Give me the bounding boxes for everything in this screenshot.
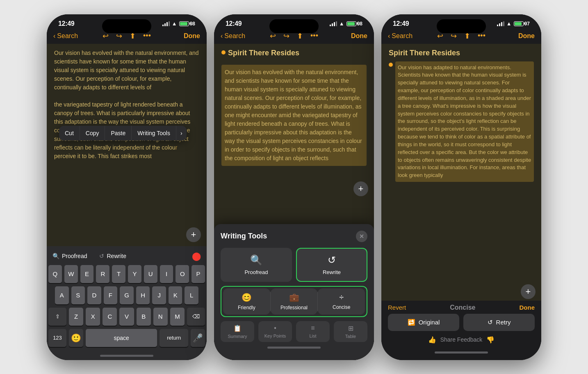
key-j[interactable]: J (152, 286, 166, 304)
key-a[interactable]: A (55, 286, 69, 304)
proofread-label: Proofread (244, 269, 268, 275)
key-e[interactable]: E (80, 265, 94, 283)
key-l[interactable]: L (185, 286, 198, 304)
proofread-toolbar-btn[interactable]: 🔍 Proofread (52, 253, 87, 259)
battery-2: 98 (346, 21, 362, 27)
share-feedback-icon: 👍 (428, 336, 436, 344)
writing-tools-button[interactable]: Writing Tools (132, 126, 176, 141)
home-indicator-3 (388, 347, 535, 358)
key-return[interactable]: return (160, 329, 188, 347)
key-emoji[interactable]: 🙂 (69, 329, 83, 347)
back-chevron-icon-1: ‹ (53, 32, 55, 40)
nav-done-1[interactable]: Done (151, 32, 200, 40)
phone-1: 12:49 ▲ 98 (47, 14, 207, 360)
key-i[interactable]: I (160, 265, 173, 283)
signal-icon-3 (497, 21, 504, 26)
concise-btn[interactable]: ÷ Concise (318, 288, 365, 315)
paste-button[interactable]: Paste (105, 126, 132, 141)
rewrite-toolbar-icon: ↺ (99, 253, 104, 259)
table-icon: ⊞ (348, 324, 353, 332)
retry-button[interactable]: ↺ Retry (463, 314, 535, 331)
key-c[interactable]: C (103, 308, 117, 326)
rewrite-toolbar-btn[interactable]: ↺ Rewrite (99, 253, 126, 259)
screen-2: 12:49 ▲ 98 (214, 14, 374, 360)
concise-label: Concise (450, 304, 475, 311)
copy-button[interactable]: Copy (80, 126, 105, 141)
bottom-toolbar-row-1: Revert Concise Done (388, 304, 535, 311)
key-n[interactable]: N (153, 308, 168, 326)
keypoints-btn[interactable]: • Key Points (258, 321, 292, 342)
ai-indicator: ⬤ (192, 251, 201, 261)
note-content-1[interactable]: Our vision has evolved with the natural … (47, 44, 207, 246)
nav-back-2[interactable]: ‹ Search (221, 32, 270, 40)
writing-tools-close-btn[interactable]: ✕ (356, 231, 367, 242)
key-x[interactable]: X (86, 308, 100, 326)
done-button[interactable]: Done (520, 304, 535, 311)
list-icon: ≡ (311, 324, 315, 332)
wt-tone-row: 😊 Friendly 💼 Professional ÷ Concise (221, 286, 367, 317)
screen-3: 12:49 ▲ 97 (381, 14, 541, 360)
key-f[interactable]: F (104, 286, 118, 304)
dynamic-island-1 (102, 19, 151, 33)
key-s[interactable]: S (71, 286, 85, 304)
key-b[interactable]: B (137, 308, 151, 326)
feedback-label[interactable]: Share Feedback (440, 336, 483, 343)
bottom-toolbar-3: Revert Concise Done 🔁 Original ↺ Retry 👍 (381, 301, 541, 360)
battery-3: 97 (514, 21, 530, 27)
key-q[interactable]: Q (48, 265, 62, 283)
summary-btn[interactable]: 📋 Summary (221, 321, 254, 342)
key-w[interactable]: W (64, 265, 78, 283)
yellow-dot-3 (389, 63, 393, 67)
key-m[interactable]: M (170, 308, 185, 326)
list-label: List (309, 333, 316, 338)
rewrite-btn[interactable]: ↺ Rewrite (296, 248, 367, 282)
key-row-4: 123 🙂 space return 🎤 (48, 329, 205, 347)
screen-1: 12:49 ▲ 98 (47, 14, 207, 360)
nav-back-1[interactable]: ‹ Search (53, 32, 103, 40)
nav-back-3[interactable]: ‹ Search (388, 32, 437, 40)
plus-button-1[interactable]: + (186, 227, 201, 242)
plus-button-3[interactable]: + (521, 284, 536, 299)
list-btn[interactable]: ≡ List (296, 321, 330, 342)
note-content-3[interactable]: Spirit There Resides Our vision has adap… (381, 44, 541, 301)
professional-btn[interactable]: 💼 Professional (271, 288, 318, 315)
friendly-btn[interactable]: 😊 Friendly (223, 288, 270, 315)
key-g[interactable]: G (120, 286, 134, 304)
key-p[interactable]: P (191, 265, 205, 283)
key-y[interactable]: Y (128, 265, 141, 283)
revert-button[interactable]: Revert (388, 304, 406, 311)
key-mic[interactable]: 🎤 (191, 329, 205, 347)
nav-done-3[interactable]: Done (485, 32, 535, 40)
context-menu-arrow[interactable]: › (176, 126, 187, 141)
key-123[interactable]: 123 (48, 329, 66, 347)
key-r[interactable]: R (96, 265, 109, 283)
key-u[interactable]: U (144, 265, 157, 283)
nav-done-2[interactable]: Done (318, 32, 367, 40)
key-delete[interactable]: ⌫ (187, 308, 205, 326)
signal-icon-2 (330, 21, 337, 26)
key-space[interactable]: space (86, 329, 157, 347)
key-t[interactable]: T (112, 265, 125, 283)
keyboard-rows-1: Q W E R T Y U I O P A S D (47, 263, 207, 347)
yellow-dot-2 (221, 50, 226, 54)
context-menu-1: Cut Copy Paste Writing Tools › (59, 126, 187, 141)
writing-tools-header: Writing Tools ✕ (221, 231, 367, 242)
key-z[interactable]: Z (69, 308, 83, 326)
key-d[interactable]: D (87, 286, 101, 304)
cut-button[interactable]: Cut (59, 126, 80, 141)
key-k[interactable]: K (169, 286, 182, 304)
key-v[interactable]: V (119, 308, 134, 326)
plus-button-2[interactable]: + (353, 181, 368, 196)
search-toolbar-icon: 🔍 (52, 253, 59, 259)
key-o[interactable]: O (175, 265, 189, 283)
key-h[interactable]: H (136, 286, 150, 304)
friendly-label: Friendly (238, 305, 255, 311)
phone-2: 12:49 ▲ 98 (214, 14, 374, 360)
table-btn[interactable]: ⊞ Table (334, 321, 367, 342)
keyboard-toolbar-1: 🔍 Proofread ↺ Rewrite ⬤ (47, 249, 207, 263)
key-shift[interactable]: ⇧ (48, 308, 66, 326)
keyboard-bottom-1 (47, 350, 207, 360)
proofread-btn[interactable]: 🔍 Proofread (221, 248, 292, 282)
professional-icon: 💼 (289, 292, 299, 302)
original-button[interactable]: 🔁 Original (388, 314, 459, 331)
